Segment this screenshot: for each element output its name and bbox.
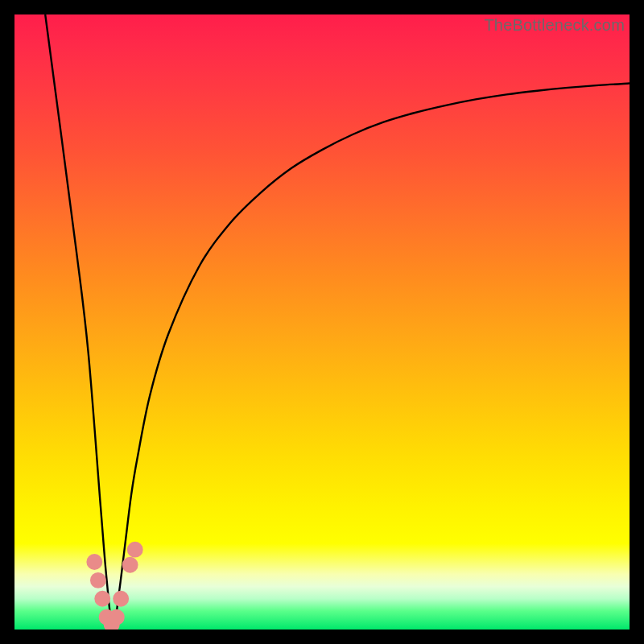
highlight-marker <box>109 609 125 625</box>
highlight-marker <box>113 591 129 607</box>
curve-path <box>45 14 630 630</box>
highlight-markers <box>86 542 142 630</box>
curve-series <box>45 14 630 630</box>
highlight-marker <box>86 554 102 570</box>
highlight-marker <box>94 591 110 607</box>
plot-area: TheBottleneck.com <box>14 14 630 630</box>
chart-frame: TheBottleneck.com <box>0 0 644 644</box>
highlight-marker <box>127 542 143 558</box>
plot-svg <box>14 14 630 630</box>
highlight-marker <box>122 557 138 573</box>
highlight-marker <box>90 572 106 588</box>
